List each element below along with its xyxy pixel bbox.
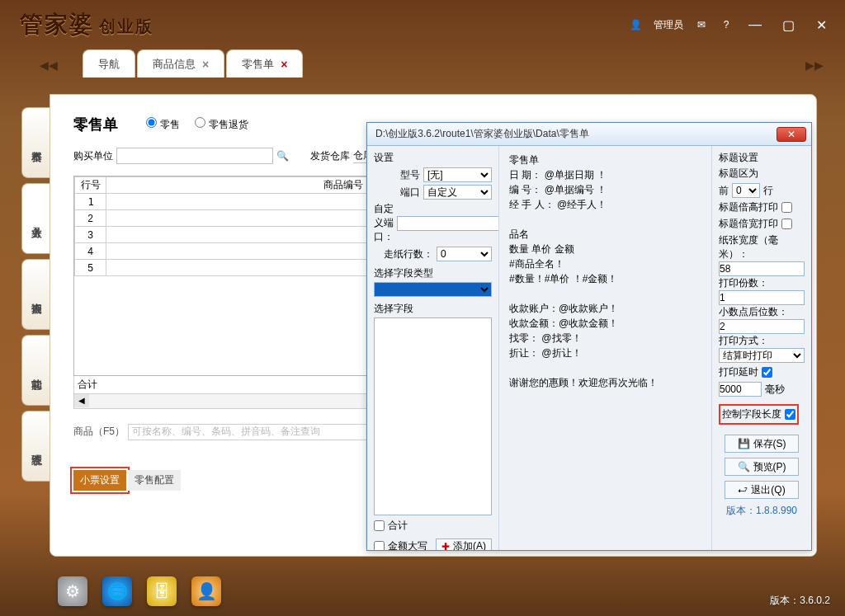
total-label: 合计 [78, 378, 97, 392]
port-label: 端口 [374, 186, 420, 200]
col-rownum: 行号 [75, 177, 106, 194]
receipt-settings-button[interactable]: 小票设置 [73, 470, 126, 491]
dialog-title-path: D:\创业版3.6.2\route1\管家婆创业版\Data\零售单 [375, 127, 777, 141]
search-icon[interactable]: 🔍 [276, 150, 289, 162]
dock-globe-icon[interactable]: 🌐 [102, 576, 132, 606]
dock-data-icon[interactable]: 🗄 [147, 576, 177, 606]
minimize-button[interactable]: ― [744, 16, 766, 34]
settings-header: 设置 [374, 151, 492, 165]
dock-settings-icon[interactable]: ⚙ [58, 576, 87, 606]
double-width-checkbox[interactable] [781, 219, 792, 229]
close-button[interactable]: ✕ [810, 16, 832, 34]
tab-nav[interactable]: 导航 [83, 49, 135, 78]
user-name: 管理员 [654, 18, 683, 32]
page-title: 零售单 [73, 115, 118, 134]
tab-product-info[interactable]: 商品信息× [137, 49, 224, 78]
field-length-checkbox[interactable] [785, 409, 795, 420]
tab-retail-order[interactable]: 零售单× [226, 49, 303, 78]
sidebar-item-other[interactable]: 其它功能 [21, 335, 51, 406]
user-icon: 👤 [629, 18, 642, 31]
add-button[interactable]: ✚添加(A) [436, 538, 492, 551]
radio-retail[interactable]: 零售 [146, 117, 180, 132]
custom-port-input[interactable] [397, 216, 499, 231]
model-label: 型号 [374, 168, 420, 182]
field-type-select[interactable] [374, 282, 492, 297]
warehouse-label: 发货仓库 [310, 149, 350, 163]
sidebar-item-business[interactable]: 业务录入 [21, 183, 51, 254]
title-area-label: 标题区为 [719, 167, 805, 181]
field-listbox[interactable] [374, 317, 492, 515]
port-select[interactable]: 自定义 [423, 185, 492, 200]
copies-label: 打印份数： [719, 276, 805, 290]
help-icon[interactable]: ? [720, 18, 733, 31]
print-mode-select[interactable]: 结算时打印 [719, 348, 805, 363]
preview-button[interactable]: 🔍 预览(P) [725, 458, 799, 476]
tabs-scroll-left-icon[interactable]: ◀◀ [40, 56, 58, 74]
tab-close-icon[interactable]: × [281, 58, 287, 71]
dock-user-icon[interactable]: 👤 [191, 576, 221, 606]
sidebar-item-basic[interactable]: 基本资料 [21, 107, 51, 178]
double-height-checkbox[interactable] [781, 202, 792, 213]
decimals-input[interactable] [719, 319, 805, 334]
feed-lines-label: 走纸行数： [374, 247, 433, 261]
exit-button[interactable]: ⮐ 退出(Q) [725, 481, 799, 499]
paper-width-label: 纸张宽度（毫米）： [719, 233, 805, 261]
dialog-close-button[interactable]: ✕ [777, 127, 806, 142]
wechat-icon[interactable]: ✉ [695, 18, 708, 31]
tab-close-icon[interactable]: × [202, 58, 209, 71]
model-select[interactable]: [无] [423, 167, 492, 182]
sidebar-item-report[interactable]: 报表查询 [21, 259, 51, 330]
app-logo: 管家婆创业版 [20, 9, 153, 40]
print-delay-checkbox[interactable] [762, 367, 772, 378]
decimals-label: 小数点后位数： [719, 305, 805, 319]
custom-port-label: 自定义端口： [374, 202, 394, 244]
dialog-version: 版本：1.8.8.990 [719, 504, 805, 518]
delay-input[interactable] [719, 382, 762, 397]
buyer-label: 购买单位 [73, 149, 113, 163]
title-settings-header: 标题设置 [719, 151, 805, 165]
footer-version: 版本：3.6.0.2 [770, 594, 830, 608]
buyer-input[interactable] [116, 148, 273, 164]
receipt-settings-dialog: D:\创业版3.6.2\route1\管家婆创业版\Data\零售单 ✕ 设置 … [366, 122, 812, 551]
field-type-label: 选择字段类型 [374, 266, 492, 280]
field-label: 选择字段 [374, 302, 492, 316]
title-rows-select[interactable]: 0 [732, 183, 760, 198]
maximize-button[interactable]: ▢ [777, 16, 799, 34]
sidebar-item-system[interactable]: 系统管理 [21, 411, 51, 482]
uppercase-checkbox[interactable]: 金额大写 [374, 539, 427, 550]
total-checkbox[interactable]: 合计 [374, 519, 492, 533]
field-length-highlight: 控制字段长度 [719, 404, 799, 425]
hint-prefix: 商品（F5） [73, 425, 125, 439]
copies-input[interactable] [719, 290, 805, 305]
feed-lines-select[interactable]: 0 [437, 247, 492, 261]
tabs-scroll-right-icon[interactable]: ▶▶ [805, 56, 824, 74]
print-mode-label: 打印方式： [719, 334, 805, 348]
retail-config-button[interactable]: 零售配置 [128, 470, 181, 491]
radio-return[interactable]: 零售退货 [195, 117, 248, 132]
save-button[interactable]: 💾 保存(S) [725, 435, 799, 453]
template-preview[interactable]: 零售单 日 期： @单据日期 ！ 编 号： @单据编号 ！ 经 手 人： @经手… [506, 151, 705, 392]
paper-width-input[interactable] [719, 261, 805, 276]
